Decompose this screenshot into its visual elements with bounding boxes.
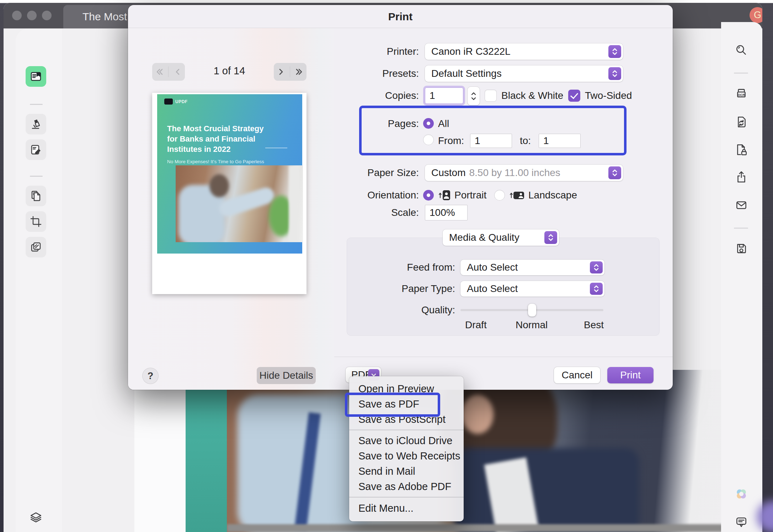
pages-to-label: to: bbox=[520, 134, 531, 148]
stepper-down-icon bbox=[471, 97, 476, 101]
svg-text:OCR: OCR bbox=[738, 93, 745, 97]
protect-tool-button[interactable] bbox=[731, 139, 752, 160]
orientation-landscape-label: Landscape bbox=[528, 188, 577, 203]
cancel-button[interactable]: Cancel bbox=[554, 367, 600, 383]
orientation-landscape-radio[interactable] bbox=[494, 190, 505, 201]
menu-item-save-as-pdf[interactable]: Save as PDF bbox=[349, 397, 464, 412]
select-stepper-icon bbox=[608, 67, 621, 80]
print-button[interactable]: Print bbox=[607, 367, 654, 383]
close-window-button[interactable] bbox=[12, 11, 22, 20]
zoom-window-button[interactable] bbox=[42, 11, 52, 20]
layers-tool-button[interactable] bbox=[26, 508, 46, 528]
share-tool-button[interactable] bbox=[731, 167, 752, 188]
copies-input[interactable] bbox=[425, 87, 463, 104]
pages-all-radio[interactable] bbox=[423, 118, 434, 129]
screenshot-root: The Most C G bbox=[0, 0, 773, 532]
black-white-label: Black & White bbox=[501, 87, 563, 104]
quality-tick-best: Best bbox=[584, 319, 604, 331]
hide-details-button[interactable]: Hide Details bbox=[257, 367, 316, 384]
menu-item-edit-menu[interactable]: Edit Menu... bbox=[349, 501, 464, 516]
paper-size-label: Paper Size: bbox=[337, 165, 419, 181]
orientation-portrait-radio[interactable] bbox=[423, 190, 434, 201]
menu-item-save-as-adobe-pdf[interactable]: Save as Adobe PDF bbox=[349, 479, 464, 494]
comment-icon bbox=[735, 515, 748, 528]
paper-type-value: Auto Select bbox=[467, 281, 518, 297]
menu-item-send-in-mail[interactable]: Send in Mail bbox=[349, 464, 464, 479]
previous-page-icon[interactable] bbox=[172, 66, 183, 77]
two-sided-checkbox[interactable] bbox=[568, 90, 580, 102]
pages-label: Pages: bbox=[337, 117, 419, 130]
pdf-dropdown-menu: Open in Preview Save as PDF Save as Post… bbox=[349, 376, 464, 521]
next-page-icon[interactable] bbox=[276, 66, 286, 77]
menu-item-open-in-preview[interactable]: Open in Preview bbox=[349, 381, 464, 397]
photo-table-shape bbox=[227, 524, 721, 532]
orientation-portrait-label: Portrait bbox=[454, 188, 486, 203]
minimize-window-button[interactable] bbox=[27, 11, 37, 20]
presets-value: Default Settings bbox=[431, 65, 502, 82]
menu-item-save-to-icloud[interactable]: Save to iCloud Drive bbox=[349, 433, 464, 448]
paper-type-label: Paper Type: bbox=[347, 281, 455, 297]
slider-thumb[interactable] bbox=[528, 304, 536, 316]
ai-assistant-button[interactable] bbox=[731, 484, 752, 504]
reader-tool-button[interactable] bbox=[26, 66, 46, 87]
preview-doc-title: The Most Crucial Strategy for Banks and … bbox=[167, 123, 263, 154]
footer-divider bbox=[334, 357, 673, 357]
search-tool-button[interactable] bbox=[731, 40, 752, 60]
printer-select[interactable]: Canon iR C3222L bbox=[425, 43, 623, 60]
pages-to-input[interactable] bbox=[539, 134, 581, 148]
account-avatar[interactable]: G bbox=[750, 7, 762, 23]
avatar-letter: G bbox=[754, 10, 761, 21]
brand-name: UPDF bbox=[175, 99, 188, 104]
presets-select[interactable]: Default Settings bbox=[425, 65, 623, 82]
doc-title-line: Institutes in 2022 bbox=[167, 144, 263, 154]
flatten-tool-button[interactable] bbox=[26, 237, 46, 257]
left-toolbar-divider bbox=[30, 176, 43, 177]
menu-separator bbox=[349, 430, 464, 430]
mail-tool-button[interactable] bbox=[731, 195, 752, 216]
pdf-page-photo bbox=[227, 370, 721, 532]
scale-input[interactable] bbox=[425, 205, 468, 220]
save-tool-button[interactable] bbox=[731, 238, 752, 259]
feed-from-select[interactable]: Auto Select bbox=[460, 260, 604, 275]
paper-size-type: Custom bbox=[431, 167, 465, 179]
nav-divider bbox=[290, 66, 290, 77]
pdf-page-teal-bar bbox=[186, 370, 227, 532]
comment-panel-button[interactable] bbox=[731, 511, 752, 532]
highlighter-tool-button[interactable] bbox=[26, 114, 46, 134]
crop-tool-button[interactable] bbox=[26, 211, 46, 232]
printer-value: Canon iR C3222L bbox=[431, 43, 511, 60]
print-label: Print bbox=[620, 369, 641, 381]
pages-range-radio[interactable] bbox=[423, 134, 434, 145]
copies-stepper[interactable] bbox=[468, 87, 480, 105]
help-label: ? bbox=[148, 371, 154, 382]
quality-label: Quality: bbox=[347, 302, 455, 318]
pages-from-input[interactable] bbox=[470, 134, 512, 148]
right-toolbar: OCR bbox=[721, 22, 762, 532]
convert-tool-button[interactable] bbox=[731, 112, 752, 132]
pages-all-label: All bbox=[438, 117, 449, 130]
menu-item-save-to-web-receipts[interactable]: Save to Web Receipts bbox=[349, 448, 464, 464]
paper-size-select[interactable]: Custom 8.50 by 11.00 inches bbox=[425, 165, 623, 181]
help-button[interactable]: ? bbox=[142, 368, 159, 384]
organize-pages-tool-button[interactable] bbox=[26, 186, 46, 206]
quality-tick-draft: Draft bbox=[465, 319, 487, 331]
ai-assistant-icon bbox=[734, 487, 748, 501]
pages-from-label: From: bbox=[438, 134, 464, 148]
note-edit-icon bbox=[30, 143, 42, 156]
settings-section-select[interactable]: Media & Quality bbox=[443, 229, 559, 246]
doc-title-line: The Most Crucial Strategy bbox=[167, 123, 263, 134]
quality-slider[interactable] bbox=[460, 302, 603, 318]
comment-note-tool-button[interactable] bbox=[26, 139, 46, 160]
page-organize-icon bbox=[30, 190, 42, 202]
first-page-icon[interactable] bbox=[154, 66, 165, 77]
updf-logo-icon bbox=[164, 99, 173, 105]
last-page-icon[interactable] bbox=[294, 66, 305, 77]
paper-type-select[interactable]: Auto Select bbox=[460, 281, 604, 297]
mail-icon bbox=[735, 198, 748, 212]
convert-document-icon bbox=[735, 115, 748, 129]
ocr-tool-button[interactable]: OCR bbox=[731, 83, 752, 104]
menu-item-save-as-postscript[interactable]: Save as PostScript bbox=[349, 412, 464, 427]
highlighter-icon bbox=[30, 118, 42, 131]
black-white-checkbox[interactable] bbox=[485, 90, 497, 102]
feed-from-value: Auto Select bbox=[467, 260, 518, 275]
